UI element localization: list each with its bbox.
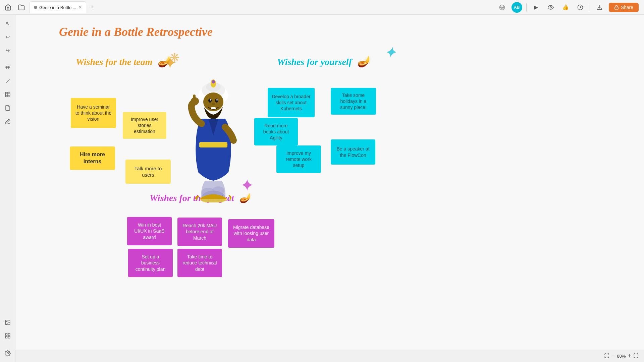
- line-icon[interactable]: [2, 75, 14, 87]
- zoom-level: 80%: [617, 354, 626, 359]
- yourself-note-5[interactable]: Be a speaker at the FlowCon: [331, 139, 375, 165]
- lamp-yourself-icon: 🪔: [357, 55, 370, 68]
- svg-point-31: [212, 103, 215, 105]
- yourself-note-3-text: Read more books about Agility: [258, 123, 294, 141]
- project-note-2-text: Reach 20k MAU before end of March: [181, 223, 218, 241]
- svg-rect-32: [211, 107, 216, 109]
- svg-point-1: [500, 6, 503, 9]
- section-yourself-label: Wishes for yourself 🪔 ✦: [277, 55, 370, 68]
- active-tab[interactable]: Genie in a Bottle ... ✕: [30, 1, 86, 13]
- redo-icon[interactable]: ↪: [2, 44, 14, 56]
- svg-rect-16: [5, 334, 7, 335]
- zoom-fit-icon[interactable]: [604, 353, 609, 359]
- fullscreen-icon[interactable]: [633, 353, 639, 359]
- toolbar-right: AB ▶ 👍 Share: [497, 2, 644, 13]
- zoom-controls: − 80% +: [604, 353, 639, 360]
- team-note-1-text: Have a seminar to think about the vision: [75, 104, 112, 122]
- svg-line-9: [6, 79, 9, 83]
- project-note-3-text: Migrate database with loosing user data: [232, 224, 270, 243]
- main-title: Genie in a Bottle Retrospective: [59, 25, 213, 39]
- pen-icon[interactable]: [2, 115, 14, 127]
- team-note-4-text: Talk more to users: [129, 165, 167, 178]
- team-note-3[interactable]: Hire more interns: [70, 146, 115, 170]
- thumb-up-icon[interactable]: 👍: [560, 2, 571, 13]
- project-note-5[interactable]: Take time to reduce technical debt: [177, 249, 222, 277]
- top-bar-left: [0, 2, 27, 13]
- svg-point-3: [550, 6, 551, 8]
- project-note-4[interactable]: Set up a business continuity plan: [128, 249, 173, 277]
- team-note-2[interactable]: Improve user stories estimation: [123, 112, 166, 139]
- yourself-note-3[interactable]: Read more books about Agility: [254, 118, 298, 145]
- eye-icon[interactable]: [545, 2, 556, 13]
- svg-point-25: [212, 80, 215, 83]
- project-note-2[interactable]: Reach 20k MAU before end of March: [177, 218, 222, 246]
- sticky-icon[interactable]: [2, 102, 14, 114]
- tab-label: Genie in a Bottle ...: [39, 5, 76, 10]
- share-label: Share: [621, 5, 633, 10]
- svg-point-27: [208, 99, 212, 103]
- target-icon[interactable]: [497, 2, 507, 13]
- yourself-note-2-text: Take some holidays in a sunny place!: [335, 92, 372, 111]
- download-icon[interactable]: [594, 2, 605, 13]
- tab-dot: [34, 6, 37, 9]
- zoom-out-button[interactable]: −: [611, 353, 615, 360]
- text-icon[interactable]: [2, 62, 14, 74]
- team-note-1[interactable]: Have a seminar to think about the vision: [71, 98, 116, 128]
- section-yourself-text: Wishes for yourself: [277, 57, 352, 67]
- svg-point-29: [210, 99, 211, 101]
- svg-point-30: [216, 99, 218, 101]
- svg-point-20: [7, 353, 8, 354]
- section-team-label: Wishes for the team 🪔: [76, 55, 171, 68]
- main-canvas[interactable]: Genie in a Bottle Retrospective Wishes f…: [15, 15, 644, 362]
- table-icon[interactable]: [2, 88, 14, 101]
- folder-button[interactable]: [16, 2, 27, 13]
- settings-icon[interactable]: [2, 347, 14, 359]
- home-button[interactable]: [3, 2, 13, 13]
- project-note-1[interactable]: Win in best UI/UX in SaaS award: [127, 217, 172, 245]
- svg-point-28: [215, 99, 218, 103]
- toolbar-divider: [526, 3, 527, 11]
- svg-rect-19: [8, 337, 10, 338]
- smoke-team2: ❋: [170, 51, 179, 64]
- svg-point-2: [501, 7, 502, 8]
- yourself-note-2[interactable]: Take some holidays in a sunny place!: [331, 88, 376, 115]
- tab-bar: Genie in a Bottle ... ✕ +: [27, 1, 497, 13]
- project-note-5-text: Take time to reduce technical debt: [181, 254, 218, 272]
- yourself-note-4-text: Improve my remote work setup: [280, 150, 317, 169]
- left-sidebar: ↖ ↩ ↪: [0, 15, 15, 362]
- smoke-yourself: ✦: [384, 45, 396, 61]
- svg-rect-6: [614, 7, 618, 9]
- zoom-in-button[interactable]: +: [628, 353, 631, 360]
- toolbar-divider2: [590, 3, 590, 11]
- image-icon[interactable]: [2, 316, 14, 328]
- svg-point-15: [6, 321, 7, 322]
- user-avatar[interactable]: AB: [512, 2, 522, 13]
- undo-icon[interactable]: ↩: [2, 31, 14, 43]
- project-note-1-text: Win in best UI/UX in SaaS award: [131, 222, 168, 240]
- tab-close-button[interactable]: ✕: [78, 5, 82, 10]
- yourself-note-1-text: Develop a broader skills set about Kuber…: [272, 94, 311, 112]
- top-bar: Genie in a Bottle ... ✕ + AB ▶ 👍 Share: [0, 0, 644, 15]
- yourself-note-5-text: Be a speaker at the FlowCon: [335, 146, 371, 158]
- genie-illustration: [176, 75, 250, 196]
- svg-rect-35: [193, 95, 196, 102]
- share-button[interactable]: Share: [609, 3, 639, 12]
- new-tab-button[interactable]: +: [88, 3, 97, 12]
- yourself-note-1[interactable]: Develop a broader skills set about Kuber…: [268, 88, 315, 117]
- play-button[interactable]: ▶: [531, 2, 541, 13]
- svg-rect-33: [199, 142, 227, 147]
- team-note-3-text: Hire more interns: [74, 151, 111, 165]
- timer-icon[interactable]: [575, 2, 586, 13]
- project-note-4-text: Set up a business continuity plan: [132, 254, 169, 272]
- canvas-content: Genie in a Bottle Retrospective Wishes f…: [15, 15, 644, 362]
- section-team-text: Wishes for the team: [76, 57, 152, 67]
- cursor-icon[interactable]: ↖: [2, 17, 14, 29]
- team-note-4[interactable]: Talk more to users: [125, 160, 171, 184]
- grid-icon[interactable]: [2, 330, 14, 342]
- bottom-bar: − 80% +: [15, 350, 644, 362]
- svg-rect-17: [8, 334, 10, 335]
- project-note-3[interactable]: Migrate database with loosing user data: [228, 219, 274, 248]
- yourself-note-4[interactable]: Improve my remote work setup: [276, 145, 321, 173]
- team-note-2-text: Improve user stories estimation: [127, 116, 162, 135]
- svg-rect-18: [5, 337, 7, 338]
